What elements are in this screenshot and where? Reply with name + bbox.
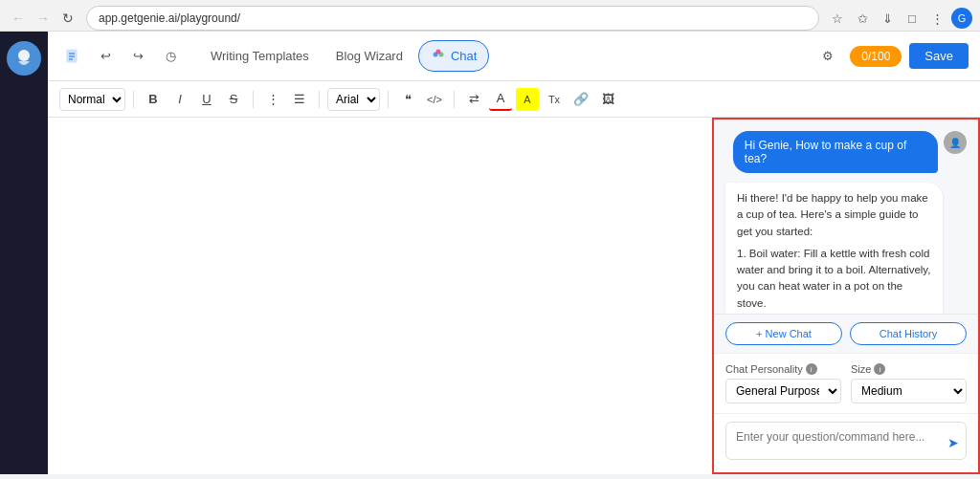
settings-button[interactable]: ⚙: [813, 42, 842, 71]
chat-tab-icon: [431, 47, 446, 65]
user-message-bubble: Hi Genie, How to make a cup of tea?: [733, 131, 938, 173]
chat-input[interactable]: [725, 422, 967, 460]
tab-chat[interactable]: Chat: [418, 40, 489, 72]
size-setting: Size i Medium Small Large: [851, 363, 967, 403]
bot-message-bubble: Hi there! I'd be happy to help you make …: [725, 183, 943, 314]
profile-avatar[interactable]: G: [951, 8, 972, 29]
chat-input-row: ➤: [714, 413, 978, 472]
link-button[interactable]: 🔗: [569, 88, 592, 111]
tab-blog-wizard[interactable]: Blog Wizard: [324, 43, 414, 69]
token-counter[interactable]: 0/100: [850, 46, 902, 67]
top-bar-icons: ↩ ↪ ◷: [59, 43, 184, 70]
italic-button[interactable]: I: [168, 88, 191, 111]
user-message-row: Hi Genie, How to make a cup of tea? 👤: [725, 131, 967, 173]
menu-icon[interactable]: ⋮: [926, 8, 947, 29]
chat-settings-row: Chat Personality i General Purpose Size …: [725, 363, 967, 403]
star-icon[interactable]: ✩: [852, 8, 873, 29]
reload-button[interactable]: ↻: [57, 8, 78, 29]
document-icon[interactable]: [59, 43, 86, 70]
chat-settings: Chat Personality i General Purpose Size …: [714, 353, 978, 413]
bullet-list-button[interactable]: ⋮: [261, 88, 284, 111]
send-button[interactable]: ➤: [947, 435, 959, 450]
tab-writing-templates[interactable]: Writing Templates: [199, 43, 321, 69]
numbered-list-button[interactable]: ☰: [288, 88, 311, 111]
size-select[interactable]: Medium Small Large: [851, 379, 967, 403]
bookmark-icon[interactable]: ☆: [827, 8, 848, 29]
chat-history-button[interactable]: Chat History: [850, 322, 967, 345]
code-button[interactable]: </>: [423, 88, 446, 111]
window-icon[interactable]: □: [902, 8, 923, 29]
user-avatar: 👤: [944, 131, 967, 154]
underline-button[interactable]: U: [195, 88, 218, 111]
bold-button[interactable]: B: [142, 88, 165, 111]
address-bar[interactable]: [86, 6, 819, 31]
redo-icon[interactable]: ↪: [124, 43, 151, 70]
personality-info-icon[interactable]: i: [806, 363, 817, 375]
chat-messages: Hi Genie, How to make a cup of tea? 👤 Hi…: [714, 120, 978, 314]
chat-input-wrapper: ➤: [725, 422, 967, 463]
undo-icon[interactable]: ↩: [92, 43, 119, 70]
content-area: Hi Genie, How to make a cup of tea? 👤 Hi…: [48, 118, 980, 474]
main-area: ↩ ↪ ◷ Writing Templates Blog Wizard Chat: [48, 32, 980, 474]
browser-actions: ☆ ✩ ⇓ □ ⋮ G: [827, 8, 972, 29]
quote-button[interactable]: ❝: [396, 88, 419, 111]
align-left-button[interactable]: ⇄: [462, 88, 485, 111]
editor-panel[interactable]: [48, 118, 712, 474]
browser-chrome: ← → ↻ ☆ ✩ ⇓ □ ⋮ G: [0, 0, 980, 32]
bot-step1-text: 1. Boil water: Fill a kettle with fresh …: [737, 246, 931, 312]
chat-actions-row: + New Chat Chat History: [714, 314, 978, 353]
forward-button[interactable]: →: [33, 8, 54, 29]
top-bar-right: ⚙ 0/100 Save: [813, 42, 969, 71]
chat-panel: Hi Genie, How to make a cup of tea? 👤 Hi…: [712, 118, 980, 474]
tab-chat-label: Chat: [451, 49, 477, 63]
history-icon[interactable]: ◷: [157, 43, 184, 70]
new-chat-button[interactable]: + New Chat: [725, 322, 842, 345]
nav-buttons: ← → ↻: [8, 8, 78, 29]
personality-label: Chat Personality i: [725, 363, 841, 375]
personality-setting: Chat Personality i General Purpose: [725, 363, 841, 403]
clear-format-button[interactable]: Tx: [543, 88, 566, 111]
format-select[interactable]: Normal: [59, 88, 125, 111]
image-button[interactable]: 🖼: [596, 88, 619, 111]
strikethrough-button[interactable]: S: [222, 88, 245, 111]
app-logo[interactable]: [7, 41, 41, 76]
font-color-button[interactable]: A: [489, 88, 512, 111]
svg-point-7: [435, 50, 440, 54]
highlight-button[interactable]: A: [516, 88, 539, 111]
back-button[interactable]: ←: [8, 8, 29, 29]
download-icon[interactable]: ⇓: [877, 8, 898, 29]
sidebar: [0, 32, 48, 474]
save-button[interactable]: Save: [909, 43, 969, 69]
size-label: Size i: [851, 363, 967, 375]
size-info-icon[interactable]: i: [874, 363, 885, 375]
svg-point-0: [18, 50, 30, 61]
separator-5: [454, 91, 455, 108]
bot-intro-text: Hi there! I'd be happy to help you make …: [737, 190, 931, 240]
separator-4: [388, 91, 389, 108]
top-bar: ↩ ↪ ◷ Writing Templates Blog Wizard Chat: [48, 32, 980, 81]
toolbar: Normal B I U S ⋮ ☰ Arial ❝ </> ⇄ A A Tx …: [48, 81, 980, 118]
separator-2: [253, 91, 254, 108]
separator-1: [133, 91, 134, 108]
app-container: ↩ ↪ ◷ Writing Templates Blog Wizard Chat: [0, 32, 980, 474]
user-message-text: Hi Genie, How to make a cup of tea?: [745, 139, 926, 165]
nav-tabs: Writing Templates Blog Wizard Chat: [199, 40, 489, 72]
personality-select[interactable]: General Purpose: [725, 379, 841, 403]
font-select[interactable]: Arial: [327, 88, 380, 111]
separator-3: [319, 91, 320, 108]
